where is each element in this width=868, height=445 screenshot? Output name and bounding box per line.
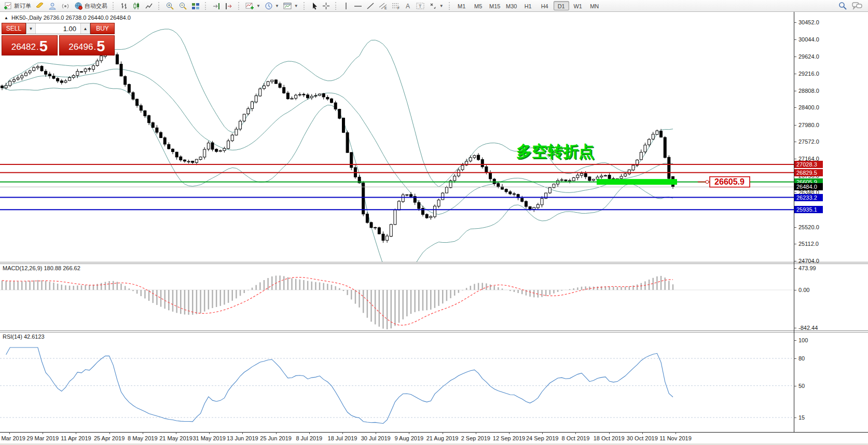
toolbar-grip <box>238 2 241 10</box>
sell-button[interactable]: SELL <box>2 23 26 34</box>
vertical-line-button[interactable] <box>340 1 352 11</box>
time-axis-tick <box>376 432 376 434</box>
horizontal-line-icon <box>354 2 362 10</box>
favorites-button[interactable] <box>33 1 46 11</box>
symbol-header: ▲ HK50-,Daily 26736.0 26738.0 26440.0 26… <box>4 15 131 21</box>
bull-candle <box>628 170 630 174</box>
equidistant-channel-icon: E <box>379 2 388 10</box>
bear-candle <box>180 157 182 160</box>
chart-shift-button[interactable] <box>223 1 235 11</box>
bull-candle <box>199 157 202 160</box>
bull-candle <box>394 210 396 225</box>
arrows-button[interactable]: ▼ <box>427 1 446 11</box>
candlestick-button[interactable] <box>130 1 143 11</box>
timeframe-m15-button[interactable]: M15 <box>487 1 503 10</box>
toolbar: 新订单 自动交易 ▼ ▼ <box>0 0 868 12</box>
bear-candle <box>513 194 515 194</box>
bar-chart-button[interactable] <box>118 1 130 11</box>
sell-price-main: 26482 <box>11 40 36 54</box>
bull-candle <box>310 96 313 98</box>
bull-candle <box>652 134 654 139</box>
crosshair-icon <box>322 2 330 10</box>
text-label-button[interactable]: T <box>414 1 427 11</box>
pane-separator[interactable] <box>0 262 868 262</box>
horizontal-line-button[interactable] <box>352 1 364 11</box>
tile-windows-button[interactable] <box>189 1 202 11</box>
autotrading-button[interactable]: 自动交易 <box>72 1 109 11</box>
bull-candle <box>433 206 436 217</box>
timeframe-m30-button[interactable]: M30 <box>504 1 519 10</box>
trendline-button[interactable] <box>364 1 377 11</box>
cursor-button[interactable] <box>309 1 320 11</box>
bear-candle <box>326 98 329 99</box>
search-icon[interactable] <box>838 2 847 10</box>
text-button[interactable]: A <box>403 1 414 11</box>
bear-candle <box>52 76 55 78</box>
highlight-zone[interactable] <box>597 179 677 185</box>
zoom-in-button[interactable] <box>163 1 176 11</box>
new-order-label: 新订单 <box>14 2 31 10</box>
rsi-axis-label: 80 <box>798 355 805 361</box>
annotation-text[interactable]: 多空转折点 <box>516 143 594 160</box>
macd-indicator-pane[interactable] <box>0 264 868 330</box>
timeframe-mn-button[interactable]: MN <box>587 1 602 10</box>
periods-button[interactable]: ▼ <box>263 1 281 11</box>
volume-decrease-button[interactable]: ▼ <box>26 23 36 34</box>
timeframe-h1-button[interactable]: H1 <box>520 1 536 10</box>
time-axis-tick <box>676 432 676 434</box>
crosshair-button[interactable] <box>320 1 332 11</box>
timeframe-group: M1M5M15M30H1H4D1W1MN <box>454 1 602 10</box>
bear-candle <box>342 118 345 133</box>
buy-button[interactable]: BUY <box>90 23 115 34</box>
indicators-button[interactable]: ▼ <box>243 1 263 11</box>
new-order-button[interactable]: 新订单 <box>2 1 33 11</box>
bar-chart-icon <box>120 2 128 10</box>
bear-candle <box>322 94 325 97</box>
pane-separator[interactable] <box>0 263 868 264</box>
timeframe-d1-button[interactable]: D1 <box>554 1 569 10</box>
autotrading-icon <box>74 2 83 10</box>
chart-shift-icon <box>225 2 233 10</box>
volume-increase-button[interactable]: ▲ <box>80 23 90 34</box>
zoom-out-button[interactable] <box>176 1 189 11</box>
fibonacci-icon: F <box>392 2 401 10</box>
equidistant-channel-button[interactable]: E <box>377 1 390 11</box>
signals-button[interactable] <box>59 1 72 11</box>
bull-candle <box>263 86 265 88</box>
volume-input[interactable]: 1.00 <box>36 23 80 34</box>
buy-price-box[interactable]: 26496.5 <box>59 35 115 55</box>
pane-separator[interactable] <box>0 330 868 331</box>
timeframe-h4-button[interactable]: H4 <box>537 1 553 10</box>
bear-candle <box>489 172 492 178</box>
line-chart-button[interactable] <box>143 1 155 11</box>
timeframe-m5-button[interactable]: M5 <box>471 1 486 10</box>
bear-candle <box>116 54 118 64</box>
bull-candle <box>36 66 39 67</box>
chat-icon[interactable] <box>852 2 862 10</box>
level-price-tag: 25935.1 <box>794 206 823 213</box>
rsi-axis-label: 15 <box>798 414 805 421</box>
rsi-indicator-pane[interactable] <box>0 332 868 432</box>
bull-candle <box>195 159 198 162</box>
auto-scroll-button[interactable] <box>210 1 223 11</box>
time-axis-tick <box>9 432 10 434</box>
toolbar-grip <box>449 2 452 10</box>
tag-anchor-dot[interactable] <box>706 180 709 184</box>
community-button[interactable] <box>46 1 59 11</box>
tile-windows-icon <box>191 2 200 10</box>
time-axis-tick <box>342 432 343 434</box>
bull-candle <box>469 158 472 161</box>
timeframe-w1-button[interactable]: W1 <box>570 1 586 10</box>
main-price-chart[interactable]: 多空转折点多空转折点26605.9 <box>0 12 868 262</box>
pane-separator[interactable] <box>0 332 868 332</box>
bull-candle <box>536 204 539 207</box>
price-axis-tick <box>794 22 796 23</box>
dropdown-arrow-icon: ▼ <box>275 4 279 8</box>
fibonacci-button[interactable]: F <box>390 1 403 11</box>
collapse-marker-icon[interactable]: ▲ <box>4 16 8 20</box>
price-axis-tick <box>794 107 796 108</box>
sell-price-box[interactable]: 26482.5 <box>2 35 58 55</box>
bull-candle <box>239 121 242 129</box>
timeframe-m1-button[interactable]: M1 <box>454 1 470 10</box>
templates-button[interactable]: ▼ <box>281 1 300 11</box>
